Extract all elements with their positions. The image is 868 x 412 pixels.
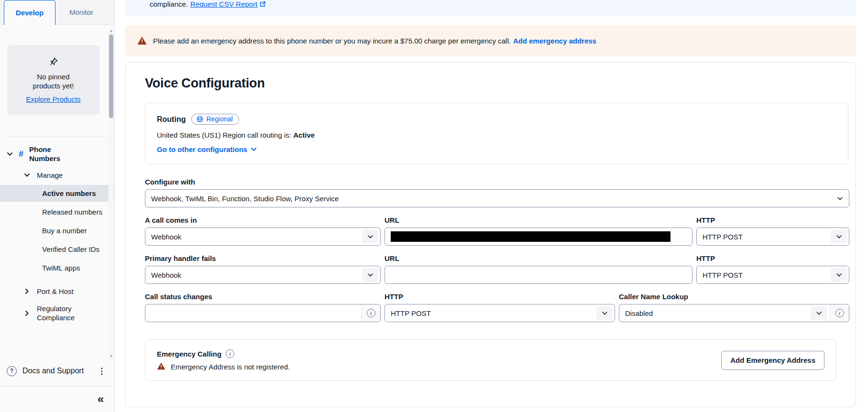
info-suffix: i (361, 304, 380, 322)
routing-status-value: Active (293, 131, 315, 139)
warning-triangle-icon (137, 36, 147, 45)
tab-monitor[interactable]: Monitor (55, 0, 107, 24)
fallback-http-method-value: HTTP POST (703, 271, 831, 279)
call-url-input[interactable] (385, 228, 692, 246)
call-comes-in-row: A call comes in Webhook URL HTTP (145, 207, 848, 246)
info-icon[interactable]: i (367, 309, 375, 317)
chevron-right-icon (24, 311, 30, 316)
collapse-row: « (0, 386, 114, 412)
docs-and-support-label: Docs and Support (22, 367, 96, 375)
main-content: compliance. Request CSV Report (115, 0, 868, 412)
status-http-method-value: HTTP POST (391, 309, 596, 317)
help-icon: ? (7, 366, 17, 376)
chevron-down-icon (831, 230, 847, 243)
sidebar-item-manage[interactable]: Manage (0, 167, 114, 183)
sidebar-item-active-numbers[interactable]: Active numbers (0, 185, 114, 202)
sidebar-item-label: Manage (37, 171, 63, 180)
sidebar-tabbar: Develop Monitor (0, 0, 114, 25)
chevron-down-icon (251, 148, 256, 151)
sidebar-item-verified-caller-ids[interactable]: Verified Caller IDs (0, 241, 114, 258)
sidebar-footer: ? Docs and Support ⋮ « (0, 360, 114, 412)
call-status-changes-input[interactable]: i (145, 304, 381, 322)
primary-handler-fails-select[interactable]: Webhook (145, 266, 381, 284)
http-label: HTTP (696, 216, 849, 224)
sidebar-item-buy-a-number[interactable]: Buy a number (0, 222, 114, 239)
primary-handler-fails-row: Primary handler fails Webhook URL (145, 246, 848, 284)
sidebar-item-regulatory-compliance[interactable]: Regulatory Compliance (0, 304, 114, 322)
request-csv-report-link[interactable]: Request CSV Report (190, 0, 266, 8)
chevron-down-icon (811, 306, 827, 320)
docs-and-support[interactable]: ? Docs and Support ⋮ (0, 360, 114, 382)
sidebar-scrollbar[interactable]: ▲ ▼ (109, 28, 114, 359)
emergency-message: Emergency Address is not registered. (171, 363, 290, 371)
sidebar-nav: # Phone Numbers Manage Active numbers Re… (0, 137, 114, 360)
configure-with-select[interactable]: Webhook, TwiML Bin, Function, Studio Flo… (145, 189, 849, 207)
caller-name-lookup-label: Caller Name Lookup (619, 293, 849, 301)
add-emergency-address-button[interactable]: Add Emergency Address (721, 351, 824, 370)
sidebar-item-label: Verified Caller IDs (42, 245, 99, 254)
sidebar-item-label: Buy a number (42, 226, 87, 235)
chevron-down-icon (833, 197, 847, 200)
voice-configuration-card: Voice Configuration Routing Regional (125, 62, 856, 407)
emergency-calling-label: Emergency Calling (157, 350, 221, 358)
http-label: HTTP (385, 293, 615, 301)
primary-handler-fails-label: Primary handler fails (145, 254, 381, 262)
info-suffix: i (830, 304, 849, 322)
globe-icon (197, 116, 203, 122)
chevron-right-icon (24, 289, 30, 294)
explore-products-link[interactable]: Explore Products (26, 95, 80, 103)
warning-triangle-icon (157, 362, 166, 371)
kebab-menu-icon[interactable]: ⋮ (96, 366, 108, 376)
sidebar-item-label: Active numbers (42, 189, 96, 198)
info-icon[interactable]: i (226, 349, 234, 358)
pinned-products-panel: No pinned products yet! Explore Products (7, 45, 99, 115)
info-icon[interactable]: i (835, 309, 844, 317)
routing-label: Routing (157, 115, 186, 124)
caller-name-lookup-select[interactable]: Disabled i (619, 304, 849, 322)
routing-status: United States (US1) Region call routing … (157, 131, 836, 139)
fallback-url-input[interactable] (385, 266, 692, 284)
info-banner: compliance. Request CSV Report (125, 0, 856, 16)
pushpin-icon (49, 57, 58, 66)
url-label: URL (385, 216, 692, 224)
sidebar-item-phone-numbers[interactable]: # Phone Numbers (0, 145, 114, 163)
chevron-down-icon (24, 173, 30, 177)
routing-link-label: Go to other configurations (157, 145, 247, 153)
chevron-down-icon (362, 268, 378, 282)
sidebar-item-twiml-apps[interactable]: TwiML apps (0, 260, 114, 276)
sidebar-item-label: Regulatory Compliance (37, 304, 89, 322)
primary-handler-fails-value: Webhook (151, 271, 362, 279)
routing-panel: Routing Regional United States (145, 103, 848, 164)
scrollbar-thumb[interactable] (109, 34, 113, 118)
scroll-down-icon[interactable]: ▼ (109, 354, 113, 358)
call-http-method-select[interactable]: HTTP POST (696, 228, 849, 246)
chevron-down-icon (7, 152, 12, 156)
fallback-http-method-select[interactable]: HTTP POST (696, 266, 849, 284)
sidebar-item-label: Phone Numbers (29, 145, 82, 163)
add-emergency-address-link[interactable]: Add emergency address (513, 37, 596, 45)
page-title: Voice Configuration (145, 76, 848, 91)
sidebar-item-label: Released numbers (42, 207, 102, 217)
warning-message: Please add an emergency address to this … (153, 37, 511, 45)
pinned-products-message: No pinned products yet! (25, 72, 82, 90)
sidebar-item-port-host[interactable]: Port & Host (0, 283, 114, 299)
chevron-down-icon (362, 230, 378, 243)
call-status-row: Call status changes i HTTP HTTP POST (145, 284, 848, 322)
tab-develop[interactable]: Develop (4, 0, 55, 25)
call-status-changes-label: Call status changes (145, 293, 381, 301)
status-http-method-select[interactable]: HTTP POST (385, 304, 615, 322)
collapse-sidebar-icon[interactable]: « (98, 393, 104, 405)
routing-status-text: United States (US1) Region call routing … (157, 131, 293, 139)
sidebar-item-released-numbers[interactable]: Released numbers (0, 204, 114, 220)
sidebar: Develop Monitor No pinned products yet! … (0, 0, 115, 412)
warning-banner: Please add an emergency address to this … (125, 25, 856, 56)
regional-badge: Regional (191, 114, 239, 125)
scroll-up-icon[interactable]: ▲ (109, 29, 113, 33)
request-csv-report-label: Request CSV Report (190, 0, 257, 8)
info-banner-text: compliance. (150, 0, 188, 8)
go-to-other-configurations-link[interactable]: Go to other configurations (157, 145, 256, 153)
regional-badge-label: Regional (206, 115, 232, 123)
a-call-comes-in-select[interactable]: Webhook (145, 228, 381, 246)
external-link-icon (260, 1, 266, 7)
sidebar-item-label: Port & Host (37, 287, 74, 296)
